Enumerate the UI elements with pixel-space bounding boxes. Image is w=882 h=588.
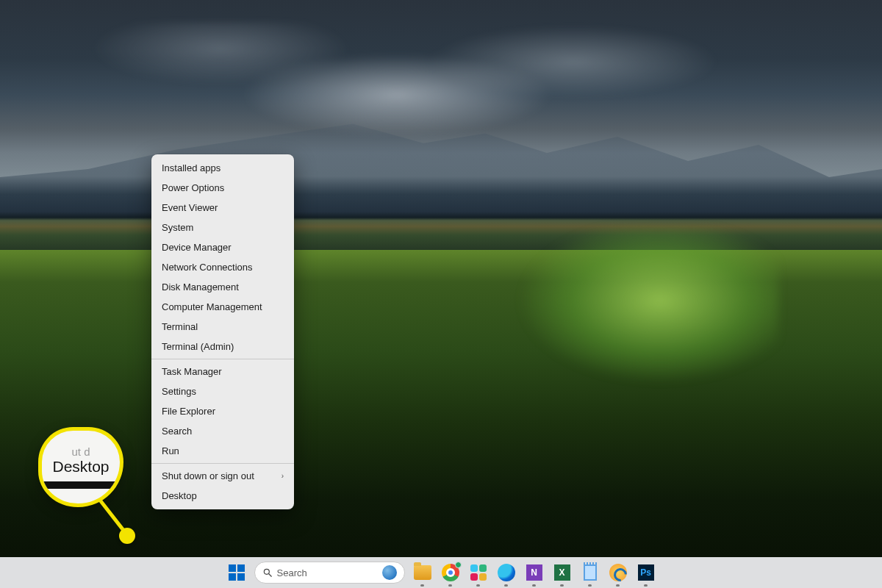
winx-item-label: Task Manager [162,366,222,377]
taskbar-slack[interactable] [468,562,489,583]
edge-icon [498,564,515,581]
winx-item-label: File Explorer [162,406,215,417]
winx-item[interactable]: Installed apps [151,158,294,178]
winx-item[interactable]: System [151,218,294,237]
winx-item-label: Power Options [162,182,224,193]
winx-context-menu: Installed appsPower OptionsEvent ViewerS… [151,154,294,509]
svg-point-0 [264,569,269,574]
winx-item[interactable]: Task Manager [151,362,294,381]
taskbar-notepad[interactable] [580,562,600,583]
winx-item-label: Installed apps [162,162,220,173]
winx-item[interactable]: Run [151,441,294,461]
winx-item[interactable]: Shut down or sign out› [151,466,294,486]
taskbar-file-explorer[interactable] [412,562,433,583]
windows-logo-icon [229,564,245,581]
winx-item-label: Terminal (Admin) [162,341,234,352]
slack-icon [470,564,487,581]
callout-bar [38,481,123,489]
taskbar-snagit[interactable] [608,562,628,583]
winx-item-label: Computer Management [162,301,262,312]
search-icon [262,567,273,578]
callout-faint-text: ut d [71,446,90,457]
start-button[interactable] [226,562,247,583]
snagit-icon [609,564,627,581]
winx-item-label: System [162,222,193,233]
winx-item[interactable]: Search [151,421,294,441]
winx-item[interactable]: Disk Management [151,277,294,297]
winx-item-label: Network Connections [162,262,253,273]
winx-separator [151,359,294,359]
taskbar-search[interactable]: Search [254,562,405,584]
winx-item-label: Event Viewer [162,202,218,213]
winx-item-label: Terminal [162,321,198,332]
winx-item[interactable]: Desktop [151,486,294,506]
notepad-icon [584,564,597,581]
winx-item[interactable]: Settings [151,381,294,401]
winx-item[interactable]: Device Manager [151,237,294,257]
taskbar: Search N X Ps [0,557,882,588]
winx-item[interactable]: Event Viewer [151,198,294,218]
winx-item-label: Shut down or sign out [162,470,254,481]
taskbar-onenote[interactable]: N [524,562,545,583]
winx-item-label: Settings [162,386,196,397]
winx-item[interactable]: Terminal [151,317,294,337]
taskbar-excel[interactable]: X [552,562,573,583]
taskbar-chrome[interactable] [440,562,461,583]
svg-line-1 [268,574,271,577]
desktop-wallpaper[interactable] [0,0,882,588]
folder-icon [414,565,431,580]
bing-icon[interactable] [382,565,397,580]
onenote-icon: N [526,564,542,581]
wallpaper-sunlit-hill [514,228,779,390]
winx-item[interactable]: Computer Management [151,297,294,317]
taskbar-edge[interactable] [496,562,517,583]
winx-item-label: Disk Management [162,282,239,293]
annotation-pointer-dot [119,528,135,544]
search-placeholder: Search [277,567,378,578]
winx-item-label: Desktop [162,490,197,501]
winx-separator [151,463,294,464]
chevron-right-icon: › [282,472,284,480]
winx-item-label: Device Manager [162,242,232,253]
winx-item[interactable]: File Explorer [151,401,294,421]
chrome-icon [442,564,459,581]
winx-item-label: Run [162,445,179,456]
callout-main-text: Desktop [52,459,109,474]
photoshop-icon: Ps [638,564,654,581]
winx-item[interactable]: Power Options [151,178,294,198]
taskbar-photoshop[interactable]: Ps [636,562,656,583]
winx-item[interactable]: Network Connections [151,257,294,277]
winx-item-label: Search [162,426,192,437]
wallpaper-clouds [0,22,882,154]
winx-item[interactable]: Terminal (Admin) [151,337,294,356]
excel-icon: X [554,564,570,581]
